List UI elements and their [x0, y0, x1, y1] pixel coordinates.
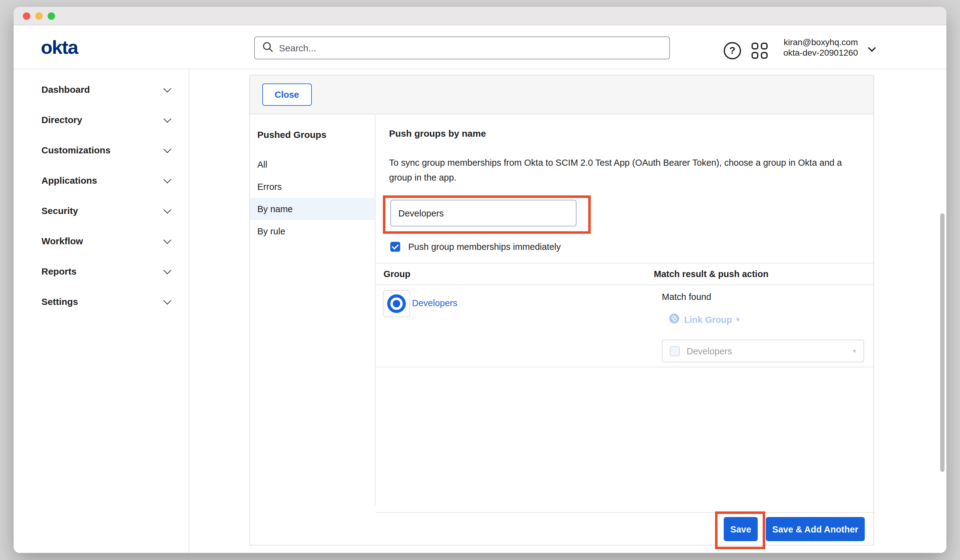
- linked-group-value: Developers: [686, 346, 732, 356]
- panel-header: Close: [250, 75, 874, 114]
- table-header: Group Match result & push action: [376, 263, 874, 285]
- close-button[interactable]: Close: [262, 83, 312, 106]
- account-org: okta-dev-20901260: [783, 48, 858, 58]
- subnav-item-all[interactable]: All: [250, 154, 375, 176]
- group-name-link[interactable]: Developers: [412, 298, 458, 308]
- save-button[interactable]: Save: [724, 517, 758, 541]
- panel-body: Pushed Groups All Errors By name By rule…: [250, 114, 874, 506]
- account-email: kiran@boxyhq.com: [783, 37, 858, 48]
- okta-logo[interactable]: okta: [41, 36, 78, 58]
- sidebar-item-reports[interactable]: Reports: [14, 256, 189, 286]
- pushed-groups-subnav: Pushed Groups All Errors By name By rule: [250, 114, 376, 506]
- sidebar-item-applications[interactable]: Applications: [14, 165, 189, 195]
- okta-admin-app: okta ?: [14, 26, 946, 553]
- link-group-label: Link Group: [684, 315, 732, 324]
- group-icon-tile: [383, 290, 410, 317]
- group-search-input[interactable]: [390, 200, 576, 226]
- chevron-down-icon: [163, 115, 171, 122]
- subnav-item-by-rule[interactable]: By rule: [250, 220, 375, 242]
- sidebar-item-dashboard[interactable]: Dashboard: [14, 74, 189, 104]
- apps-grid-icon[interactable]: [752, 43, 768, 59]
- minimize-window-button[interactable]: [35, 12, 43, 20]
- vertical-scrollbar[interactable]: [940, 213, 944, 472]
- subnav-title: Pushed Groups: [250, 122, 375, 154]
- column-header-match: Match result & push action: [654, 269, 768, 279]
- chevron-down-icon: ▾: [853, 347, 856, 354]
- column-header-group: Group: [376, 269, 654, 279]
- sidebar-item-customizations[interactable]: Customizations: [14, 135, 189, 165]
- account-menu[interactable]: kiran@boxyhq.com okta-dev-20901260: [783, 37, 858, 58]
- footer-divider: [376, 512, 874, 513]
- save-add-another-button[interactable]: Save & Add Another: [766, 517, 865, 541]
- chevron-down-icon: [163, 85, 171, 92]
- group-icon: [387, 294, 406, 313]
- global-search[interactable]: [254, 37, 670, 59]
- subnav-item-errors[interactable]: Errors: [250, 176, 375, 198]
- sidebar-item-settings[interactable]: Settings: [14, 286, 189, 317]
- sidebar-item-workflow[interactable]: Workflow: [14, 226, 189, 256]
- push-groups-panel: Close Pushed Groups All Errors By name B…: [249, 75, 874, 546]
- link-group-button[interactable]: Link Group ▾: [669, 313, 739, 326]
- desktop: okta ?: [0, 0, 960, 560]
- by-name-content: Push groups by name To sync group member…: [376, 114, 874, 506]
- chevron-down-icon: [163, 175, 171, 183]
- sidebar-nav: Dashboard Directory Customizations Appli…: [14, 69, 189, 553]
- chevron-down-icon: [163, 206, 171, 213]
- chevron-down-icon: [163, 236, 171, 244]
- linked-group-select[interactable]: Developers ▾: [662, 339, 864, 362]
- browser-window: okta ?: [14, 7, 946, 553]
- chevron-down-icon: ▾: [736, 316, 739, 323]
- link-icon: [669, 313, 680, 326]
- window-titlebar: [14, 7, 946, 26]
- chevron-down-icon: [163, 145, 171, 153]
- subnav-item-by-name[interactable]: By name: [250, 198, 375, 220]
- search-input[interactable]: [279, 43, 662, 53]
- push-immediately-checkbox[interactable]: [390, 242, 400, 252]
- zoom-window-button[interactable]: [48, 12, 55, 20]
- sidebar-item-security[interactable]: Security: [14, 195, 189, 226]
- main-area: Close Pushed Groups All Errors By name B…: [189, 69, 946, 553]
- help-icon[interactable]: ?: [724, 42, 741, 59]
- description-text: To sync group memberships from Okta to S…: [389, 155, 850, 185]
- push-immediately-label: Push group memberships immediately: [408, 242, 561, 252]
- group-placeholder-icon: [670, 346, 680, 356]
- page-title: Push groups by name: [389, 128, 486, 139]
- close-window-button[interactable]: [23, 12, 30, 20]
- chevron-down-icon: [163, 266, 171, 274]
- top-header: okta ?: [14, 26, 946, 69]
- row-divider: [376, 367, 874, 367]
- sidebar-item-directory[interactable]: Directory: [14, 104, 189, 135]
- match-status: Match found: [662, 292, 711, 302]
- chevron-down-icon[interactable]: [868, 44, 875, 52]
- search-icon: [262, 41, 274, 55]
- chevron-down-icon: [163, 296, 171, 304]
- push-immediately-row: Push group memberships immediately: [390, 242, 561, 252]
